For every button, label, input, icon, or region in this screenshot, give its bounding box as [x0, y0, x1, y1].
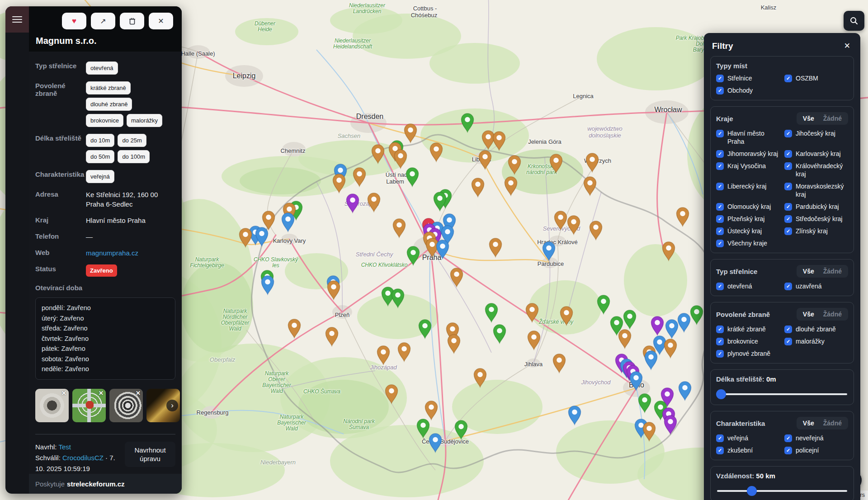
filter-checkbox-krátké-zbraně[interactable]: ✓krátké zbraně: [716, 325, 780, 333]
filter-checkbox-všechny-kraje[interactable]: ✓Všechny kraje: [716, 239, 780, 247]
slider[interactable]: [716, 486, 848, 496]
map-marker[interactable]: [550, 154, 562, 173]
filter-checkbox-plzeňský-kraj[interactable]: ✓Plzeňský kraj: [716, 215, 780, 223]
map-marker[interactable]: [553, 354, 566, 373]
remove-photo-icon[interactable]: ✕: [61, 390, 66, 396]
map-marker[interactable]: [372, 145, 384, 163]
map-marker[interactable]: [347, 194, 359, 212]
map-marker[interactable]: [643, 422, 656, 441]
filter-checkbox-pardubický-kraj[interactable]: ✓Pardubický kraj: [784, 203, 848, 211]
approved-by-link[interactable]: CrocodilusCZ: [62, 454, 104, 462]
map-marker[interactable]: [586, 153, 599, 172]
share-button[interactable]: ↗: [91, 13, 115, 29]
filter-checkbox-hlavní-město-praha[interactable]: ✓Hlavní město Praha: [716, 129, 780, 146]
filter-checkbox-liberecký-kraj[interactable]: ✓Liberecký kraj: [716, 182, 780, 198]
map-marker[interactable]: [679, 382, 691, 400]
map-marker[interactable]: [256, 227, 268, 246]
filter-checkbox-brokovnice[interactable]: ✓brokovnice: [716, 337, 780, 345]
map-marker[interactable]: [434, 192, 446, 211]
map-marker[interactable]: [395, 150, 407, 168]
slider[interactable]: [716, 389, 848, 399]
map-marker[interactable]: [555, 211, 567, 230]
filter-checkbox-oszbm[interactable]: ✓OSZBM: [784, 74, 848, 82]
map-marker[interactable]: [451, 268, 463, 287]
map-marker[interactable]: [479, 151, 491, 169]
map-marker[interactable]: [398, 343, 410, 361]
filter-checkbox-obchody[interactable]: ✓Obchody: [716, 86, 780, 94]
filter-checkbox-dlouhé-zbraně[interactable]: ✓dlouhé zbraně: [784, 325, 848, 333]
map-marker[interactable]: [493, 132, 505, 150]
round-target-photo[interactable]: ✕: [109, 389, 143, 422]
green-target-photo[interactable]: ✕: [72, 389, 106, 422]
map-marker[interactable]: [665, 339, 677, 358]
filter-checkbox-plynové-zbraně[interactable]: ✓plynové zbraně: [716, 349, 780, 358]
map-marker[interactable]: [598, 295, 610, 314]
search-button[interactable]: [844, 11, 864, 31]
map-marker[interactable]: [462, 113, 474, 132]
slider-thumb[interactable]: [716, 389, 726, 399]
map-marker[interactable]: [665, 415, 677, 434]
map-marker[interactable]: [377, 346, 390, 364]
map-marker[interactable]: [482, 131, 495, 149]
map-marker[interactable]: [386, 385, 398, 403]
filter-checkbox-policejní[interactable]: ✓policejní: [784, 446, 848, 454]
filter-checkbox-středočeský-kraj[interactable]: ✓Středočeský kraj: [784, 215, 848, 223]
select-none-button[interactable]: Žádné: [819, 267, 846, 276]
map-marker[interactable]: [474, 368, 486, 387]
map-marker[interactable]: [543, 242, 555, 260]
filter-checkbox-jihomoravský-kraj[interactable]: ✓Jihomoravský kraj: [716, 150, 780, 158]
select-none-button[interactable]: Žádné: [819, 114, 846, 123]
filter-checkbox-karlovarský-kraj[interactable]: ✓Karlovarský kraj: [784, 150, 848, 158]
remove-photo-icon[interactable]: ✕: [99, 390, 104, 396]
map-marker[interactable]: [568, 216, 580, 234]
map-marker[interactable]: [663, 242, 675, 260]
filter-checkbox-malorážky[interactable]: ✓malorážky: [784, 337, 848, 345]
website-link[interactable]: magnumpraha.cz: [86, 249, 138, 257]
map-marker[interactable]: [666, 320, 678, 338]
map-marker[interactable]: [645, 351, 657, 369]
map-marker[interactable]: [393, 219, 406, 237]
filter-checkbox-střelnice[interactable]: ✓Střelnice: [716, 74, 780, 82]
map-marker[interactable]: [419, 320, 431, 338]
map-marker[interactable]: [490, 238, 502, 257]
filter-checkbox-otevřená[interactable]: ✓otevřená: [716, 282, 780, 290]
map-marker[interactable]: [584, 177, 596, 195]
map-marker[interactable]: [326, 327, 338, 346]
filter-checkbox-královéhradecký-kraj[interactable]: ✓Královéhradecký kraj: [784, 162, 848, 178]
map-marker[interactable]: [678, 313, 690, 332]
filter-checkbox-zlínský-kraj[interactable]: ✓Zlínský kraj: [784, 227, 848, 235]
close-icon[interactable]: ✕: [841, 40, 853, 52]
map-marker[interactable]: [405, 124, 417, 142]
map-marker[interactable]: [590, 221, 602, 240]
map-marker[interactable]: [354, 168, 366, 186]
filter-checkbox-neveřejná[interactable]: ✓neveřejná: [784, 434, 848, 442]
map-marker[interactable]: [425, 401, 438, 420]
select-none-button[interactable]: Žádné: [819, 419, 846, 428]
slider-thumb[interactable]: [747, 486, 757, 496]
map-marker[interactable]: [263, 211, 275, 230]
filter-checkbox-ústecký-kraj[interactable]: ✓Ústecký kraj: [716, 227, 780, 235]
map-marker[interactable]: [639, 394, 651, 412]
select-none-button[interactable]: Žádné: [819, 310, 846, 319]
map-marker[interactable]: [407, 246, 420, 265]
filter-checkbox-zkušební[interactable]: ✓zkušební: [716, 446, 780, 454]
map-marker[interactable]: [328, 281, 340, 299]
filter-checkbox-olomoucký-kraj[interactable]: ✓Olomoucký kraj: [716, 203, 780, 211]
filter-checkbox-veřejná[interactable]: ✓veřejná: [716, 434, 780, 442]
map-marker[interactable]: [472, 178, 484, 197]
map-marker[interactable]: [624, 310, 636, 329]
select-all-button[interactable]: Vše: [798, 114, 819, 123]
select-all-button[interactable]: Vše: [798, 267, 819, 276]
map-marker[interactable]: [528, 331, 540, 349]
map-marker[interactable]: [619, 330, 631, 348]
map-marker[interactable]: [526, 303, 538, 322]
map-marker[interactable]: [509, 156, 521, 174]
map-marker[interactable]: [691, 306, 703, 324]
map-marker[interactable]: [406, 168, 419, 186]
map-marker[interactable]: [505, 177, 517, 195]
map-marker[interactable]: [455, 420, 467, 439]
map-marker[interactable]: [437, 240, 449, 259]
map-marker[interactable]: [494, 325, 506, 343]
map-marker[interactable]: [486, 303, 498, 322]
map-marker[interactable]: [333, 174, 345, 193]
